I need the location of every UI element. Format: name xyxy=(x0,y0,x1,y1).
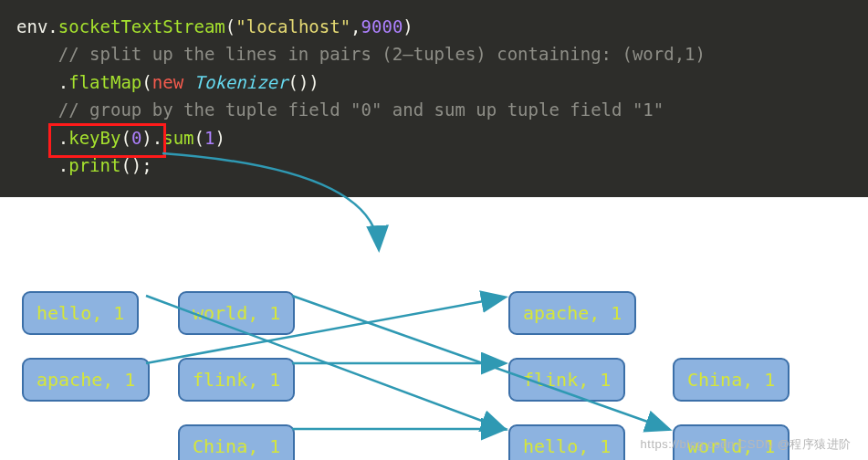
number-port: 9000 xyxy=(361,16,403,37)
box-apache-right: apache, 1 xyxy=(508,291,636,335)
code-line-4: // group by the tuple field "0" and sum … xyxy=(16,96,852,123)
code-block: env.socketTextStream("localhost",9000) /… xyxy=(0,0,868,197)
number-zero: 0 xyxy=(131,128,141,148)
box-world-left: world, 1 xyxy=(178,291,295,335)
method-sum: sum xyxy=(162,128,193,148)
box-hello-right: hello, 1 xyxy=(508,424,625,460)
method-keyBy: keyBy xyxy=(68,128,120,148)
comment-line: // group by the tuple field "0" and sum … xyxy=(58,99,664,120)
box-china-left: China, 1 xyxy=(178,424,295,460)
code-line-2: // split up the lines in pairs (2–tuples… xyxy=(16,40,852,68)
number-one: 1 xyxy=(204,128,214,148)
diagram-area: hello, 1 world, 1 apache, 1 flink, 1 Chi… xyxy=(0,197,868,460)
method-socketTextStream: socketTextStream xyxy=(58,16,225,37)
method-print: print xyxy=(68,155,120,175)
box-flink-right: flink, 1 xyxy=(508,358,625,402)
type-tokenizer: Tokenizer xyxy=(183,72,288,92)
box-flink-left: flink, 1 xyxy=(178,358,295,402)
box-hello-left: hello, 1 xyxy=(22,291,139,335)
code-line-6: .print(); xyxy=(16,152,852,179)
comment-line: // split up the lines in pairs (2–tuples… xyxy=(58,44,706,64)
string-localhost: "localhost" xyxy=(235,16,350,37)
keyword-new: new xyxy=(152,72,183,92)
code-line-1: env.socketTextStream("localhost",9000) xyxy=(16,13,852,40)
code-var: env xyxy=(16,16,47,37)
box-apache-left: apache, 1 xyxy=(22,358,150,402)
watermark: https://blog.csdn CSDN @程序猿进阶 xyxy=(641,436,852,453)
box-china-right: China, 1 xyxy=(673,358,790,402)
method-flatMap: flatMap xyxy=(68,72,141,92)
code-line-3: .flatMap(new Tokenizer()) xyxy=(16,68,852,96)
code-line-5: .keyBy(0).sum(1) xyxy=(16,124,852,152)
